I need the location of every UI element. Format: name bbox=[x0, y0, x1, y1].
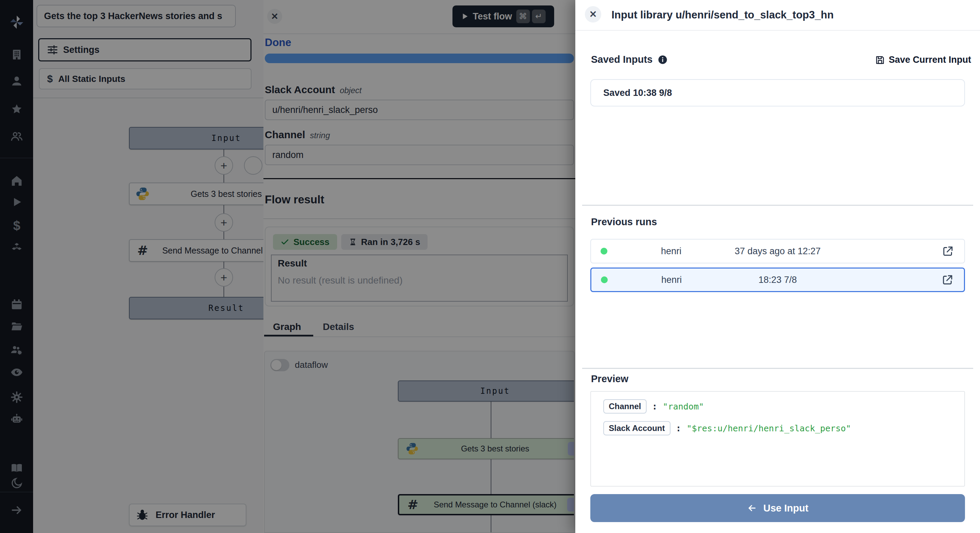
info-icon[interactable] bbox=[657, 55, 668, 65]
previous-run-row[interactable]: henri 37 days ago at 12:27 bbox=[590, 239, 965, 263]
use-input-button[interactable]: Use Input bbox=[590, 494, 965, 522]
colon: : bbox=[652, 401, 657, 412]
run-time: 18:23 7/8 bbox=[591, 275, 964, 285]
divider bbox=[575, 30, 980, 31]
saved-input-item[interactable]: Saved 10:38 9/8 bbox=[590, 79, 965, 107]
close-icon: ✕ bbox=[589, 9, 597, 20]
windmill-app: $ bbox=[0, 0, 980, 533]
preview-key: Slack Account bbox=[603, 421, 670, 435]
save-current-input-button[interactable]: Save Current Input bbox=[875, 55, 971, 65]
modal-overlay[interactable] bbox=[0, 0, 575, 533]
divider bbox=[582, 368, 973, 369]
preview-heading: Preview bbox=[591, 373, 628, 385]
external-link-icon[interactable] bbox=[942, 274, 954, 286]
preview-value: "random" bbox=[663, 402, 703, 412]
run-time: 37 days ago at 12:27 bbox=[591, 246, 964, 256]
close-library-button[interactable]: ✕ bbox=[585, 6, 601, 22]
preview-entry: Slack Account : "$res:u/henri/henri_slac… bbox=[603, 421, 851, 435]
preview-entry: Channel : "random" bbox=[603, 399, 704, 414]
arrow-left-icon bbox=[747, 503, 757, 513]
preview-key: Channel bbox=[603, 399, 647, 414]
library-title: Input library u/henri/send_to_slack_top3… bbox=[611, 9, 834, 21]
preview-value: "$res:u/henri/henri_slack_perso" bbox=[687, 423, 851, 433]
save-icon bbox=[875, 55, 885, 65]
external-link-icon[interactable] bbox=[942, 245, 954, 257]
previous-runs-heading: Previous runs bbox=[591, 216, 657, 228]
input-library-drawer: ✕ Input library u/henri/send_to_slack_to… bbox=[575, 0, 980, 533]
colon: : bbox=[676, 423, 681, 433]
preview-box: Channel : "random" Slack Account : "$res… bbox=[590, 391, 965, 487]
saved-inputs-heading: Saved Inputs bbox=[591, 54, 668, 65]
previous-run-row-selected[interactable]: henri 18:23 7/8 bbox=[590, 267, 965, 292]
divider bbox=[582, 205, 973, 206]
